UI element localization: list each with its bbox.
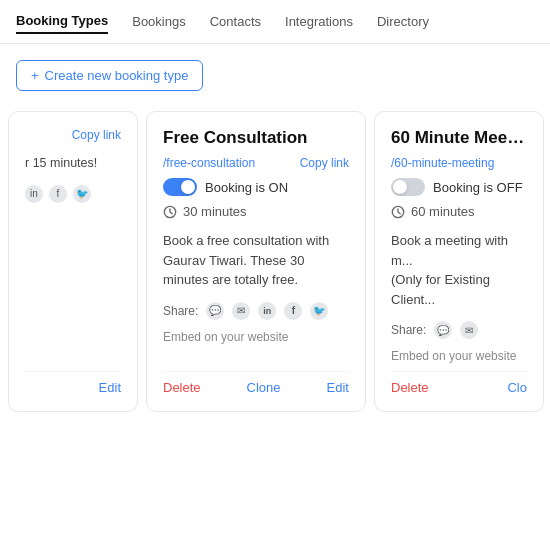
card-footer-free: Delete Clone Edit	[163, 371, 349, 395]
toggle-knob-free	[181, 180, 195, 194]
duration-label-free: 30 minutes	[183, 204, 247, 219]
duration-label-60: 60 minutes	[411, 204, 475, 219]
main-nav: Booking Types Bookings Contacts Integrat…	[0, 0, 550, 44]
duration-row-60: 60 minutes	[391, 204, 527, 219]
toolbar: + Create new booking type	[0, 44, 550, 103]
card-title-60: 60 Minute Meeting	[391, 128, 527, 148]
card-footer-partial-left: Edit	[25, 371, 121, 395]
card-free-consultation: Free Consultation /free-consultation Cop…	[146, 111, 366, 412]
edit-button-partial-left[interactable]: Edit	[99, 380, 121, 395]
create-booking-type-label: Create new booking type	[45, 68, 189, 83]
card-desc-free: Book a free consultation with Gaurav Tiw…	[163, 231, 349, 290]
edit-button-free[interactable]: Edit	[327, 380, 349, 395]
embed-label-60[interactable]: Embed on your website	[391, 349, 527, 363]
clock-icon-free	[163, 205, 177, 219]
card-partial-left-desc: r 15 minutes!	[25, 154, 121, 173]
share-email-icon-free[interactable]: ✉	[232, 302, 250, 320]
share-icon-linkedin-left[interactable]: in	[25, 185, 43, 203]
booking-toggle-free[interactable]	[163, 178, 197, 196]
share-label-free: Share:	[163, 304, 198, 318]
share-icon-twitter-left[interactable]: 🐦	[73, 185, 91, 203]
cards-area: Copy link r 15 minutes! in f 🐦 Edit Free…	[0, 103, 550, 428]
embed-label-free[interactable]: Embed on your website	[163, 330, 349, 344]
share-chat-icon-60[interactable]: 💬	[434, 321, 452, 339]
card-60-minute-meeting: 60 Minute Meeting /60-minute-meeting Boo…	[374, 111, 544, 412]
duration-row-free: 30 minutes	[163, 204, 349, 219]
card-title-free-consultation: Free Consultation	[163, 128, 349, 148]
card-url-free[interactable]: /free-consultation	[163, 156, 255, 170]
copy-link-partial-left[interactable]: Copy link	[72, 128, 121, 142]
share-row-60: Share: 💬 ✉	[391, 321, 527, 339]
clone-button-60[interactable]: Clo	[507, 380, 527, 395]
clock-icon-60	[391, 205, 405, 219]
nav-item-booking-types[interactable]: Booking Types	[16, 9, 108, 34]
share-email-icon-60[interactable]: ✉	[460, 321, 478, 339]
delete-button-60[interactable]: Delete	[391, 380, 429, 395]
card-partial-left: Copy link r 15 minutes! in f 🐦 Edit	[8, 111, 138, 412]
booking-toggle-60[interactable]	[391, 178, 425, 196]
create-booking-type-button[interactable]: + Create new booking type	[16, 60, 203, 91]
toggle-label-free: Booking is ON	[205, 180, 288, 195]
share-icon-facebook-left[interactable]: f	[49, 185, 67, 203]
copy-link-free[interactable]: Copy link	[300, 156, 349, 170]
plus-icon: +	[31, 68, 39, 83]
card-url-row-free: /free-consultation Copy link	[163, 156, 349, 170]
nav-item-directory[interactable]: Directory	[377, 10, 429, 33]
card-url-row-60: /60-minute-meeting	[391, 156, 527, 170]
toggle-row-free: Booking is ON	[163, 178, 349, 196]
nav-item-contacts[interactable]: Contacts	[210, 10, 261, 33]
nav-item-bookings[interactable]: Bookings	[132, 10, 185, 33]
delete-button-free[interactable]: Delete	[163, 380, 201, 395]
share-row-free: Share: 💬 ✉ in f 🐦	[163, 302, 349, 320]
share-facebook-icon-free[interactable]: f	[284, 302, 302, 320]
share-linkedin-icon-free[interactable]: in	[258, 302, 276, 320]
toggle-knob-60	[393, 180, 407, 194]
card-url-60[interactable]: /60-minute-meeting	[391, 156, 494, 170]
nav-item-integrations[interactable]: Integrations	[285, 10, 353, 33]
card-desc-60: Book a meeting with m...(Only for Existi…	[391, 231, 527, 309]
share-twitter-icon-free[interactable]: 🐦	[310, 302, 328, 320]
toggle-row-60: Booking is OFF	[391, 178, 527, 196]
share-chat-icon-free[interactable]: 💬	[206, 302, 224, 320]
toggle-label-60: Booking is OFF	[433, 180, 523, 195]
clone-button-free[interactable]: Clone	[247, 380, 281, 395]
card-footer-60: Delete Clo	[391, 371, 527, 395]
share-label-60: Share:	[391, 323, 426, 337]
